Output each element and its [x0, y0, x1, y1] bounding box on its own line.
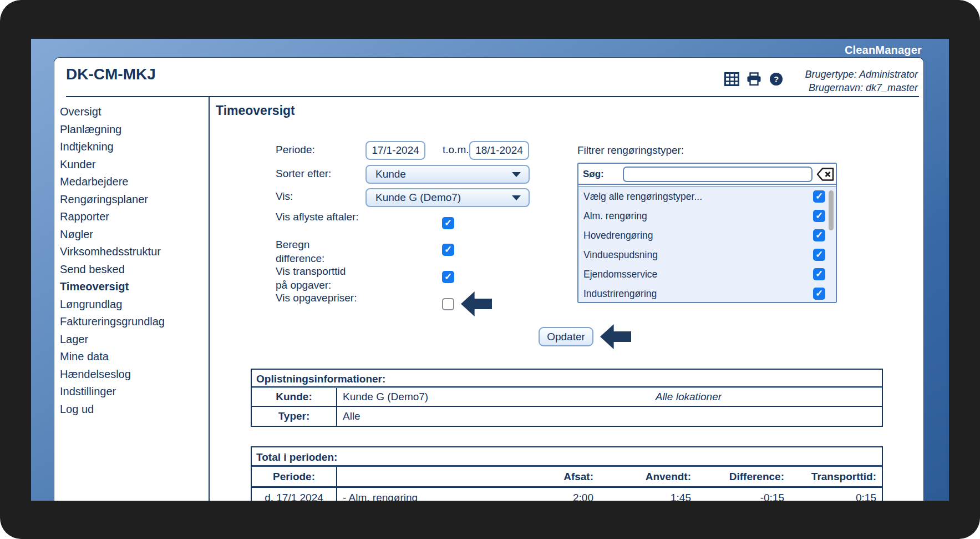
search-label: Søg:: [583, 169, 604, 180]
header-toolbar: ?: [724, 72, 784, 86]
sidebar-item-indstillinger[interactable]: Indstillinger: [60, 383, 207, 401]
filter-item-label: Vælg alle rengøringstyper...: [583, 191, 702, 203]
filter-item-ejendomsservice[interactable]: Ejendomsservice ✓: [578, 265, 836, 284]
filter-item-checkbox[interactable]: ✓: [813, 210, 825, 222]
vis-value: Kunde G (Demo7): [375, 192, 461, 204]
sidebar-nav: Oversigt Planlægning Indtjekning Kunder …: [60, 103, 207, 418]
periode-from-input[interactable]: [365, 141, 425, 160]
sidebar-item-oversigt[interactable]: Oversigt: [60, 103, 207, 121]
col-transporttid: Transporttid:: [790, 467, 882, 486]
total-table: Total i perioden: Periode: Afsat: Anvend…: [251, 446, 883, 501]
cell-anvendt: 1:45: [599, 488, 697, 501]
clear-search-icon[interactable]: [816, 167, 835, 182]
filter-item-label: Vinduespudsning: [583, 249, 658, 261]
table-grid-icon[interactable]: [724, 72, 739, 86]
print-icon[interactable]: [747, 72, 761, 86]
col-afsat: Afsat:: [510, 467, 599, 486]
kunde-row-value: Kunde G (Demo7) Alle lokationer: [337, 388, 882, 406]
typer-row-value: Alle: [337, 407, 882, 426]
table-row: d. 17/1 2024 - Alm. rengøring 2:00 1:45 …: [252, 487, 882, 501]
user-info: Brugertype: Administrator Brugernavn: dk…: [805, 68, 918, 94]
filter-item-select-all[interactable]: Vælg alle rengøringstyper... ✓: [578, 187, 836, 206]
filter-item-checkbox[interactable]: ✓: [813, 190, 825, 203]
opdater-button[interactable]: Opdater: [539, 327, 593, 346]
filter-item-label: Hovedrengøring: [583, 230, 653, 241]
vis-opgavepriser-label: Vis opgavepriser:: [276, 291, 359, 305]
filter-item-checkbox[interactable]: ✓: [813, 229, 825, 241]
vis-select[interactable]: Kunde G (Demo7): [365, 188, 530, 207]
filter-item-label: Industrirengøring: [583, 288, 657, 300]
col-anvendt: Anvendt:: [599, 467, 697, 486]
sidebar-item-medarbejdere[interactable]: Medarbejdere: [60, 173, 207, 191]
table-row: Kunde: Kunde G (Demo7) Alle lokationer: [252, 388, 882, 407]
chevron-down-icon: [512, 172, 521, 177]
filter-box: Søg: Vælg alle rengøringstyper... ✓ Alm.…: [577, 163, 837, 303]
sidebar-item-rengoeringsplaner[interactable]: Rengøringsplaner: [60, 191, 207, 209]
total-table-title: Total i perioden:: [252, 447, 882, 467]
user-name: Brugernavn: dk7_master: [805, 81, 918, 94]
brand-logo: CleanManager: [845, 44, 922, 57]
filter-item-checkbox[interactable]: ✓: [813, 249, 825, 261]
cell-task: - Alm. rengøring: [337, 488, 510, 501]
filter-item-checkbox[interactable]: ✓: [813, 268, 825, 280]
annotation-arrow-checkbox: [461, 291, 492, 316]
periode-label: Periode:: [276, 144, 315, 156]
periode-to-input[interactable]: [469, 141, 529, 160]
sidebar-item-faktureringsgrundlag[interactable]: Faktureringsgrundlag: [60, 313, 207, 331]
main-heading: Timeoversigt: [216, 103, 295, 118]
cell-periode: d. 17/1 2024: [252, 488, 337, 501]
sidebar-item-mine-data[interactable]: Mine data: [60, 348, 207, 366]
sidebar-item-send-besked[interactable]: Send besked: [60, 261, 207, 279]
kunde-value-text: Kunde G (Demo7): [343, 391, 428, 403]
filter-search-row: Søg:: [578, 164, 836, 185]
sidebar-item-planlaegning[interactable]: Planlægning: [60, 121, 207, 139]
total-table-header-row: Periode: Afsat: Anvendt: Difference: Tra…: [252, 467, 882, 487]
screenshot-stage: CleanManager DK-CM-MKJ ?: [0, 0, 980, 539]
sidebar-item-kunder[interactable]: Kunder: [60, 156, 207, 174]
filter-item-industrirengoering[interactable]: Industrirengøring ✓: [578, 284, 836, 302]
cell-afsat: 2:00: [510, 488, 599, 501]
beregn-difference-checkbox[interactable]: ✓: [442, 244, 454, 256]
sidebar-item-loengrundlag[interactable]: Løngrundlag: [60, 296, 207, 314]
sidebar-item-rapporter[interactable]: Rapporter: [60, 208, 207, 226]
sorter-efter-value: Kunde: [375, 168, 406, 180]
sidebar-item-indtjekning[interactable]: Indtjekning: [60, 138, 207, 156]
help-icon[interactable]: ?: [769, 72, 784, 86]
search-input[interactable]: [623, 167, 813, 182]
app-panel: DK-CM-MKJ ? Brugertype: Administrator: [54, 57, 924, 501]
col-periode: Periode:: [252, 467, 337, 486]
vis-aflyste-checkbox[interactable]: ✓: [442, 217, 454, 229]
vis-transporttid-checkbox[interactable]: ✓: [442, 271, 454, 283]
filter-item-vinduespudsning[interactable]: Vinduespudsning ✓: [578, 245, 836, 265]
vis-aflyste-label: Vis aflyste aftaler:: [276, 210, 359, 224]
vis-opgavepriser-checkbox[interactable]: [442, 298, 454, 310]
sorter-efter-label: Sorter efter:: [276, 168, 331, 180]
filter-scrollbar[interactable]: [829, 190, 834, 230]
cell-transporttid: 0:15: [790, 488, 882, 501]
sidebar-item-haendelseslog[interactable]: Hændelseslog: [60, 366, 207, 384]
beregn-difference-label: Beregn difference:: [276, 238, 359, 265]
sidebar-item-virksomhedsstruktur[interactable]: Virksomhedsstruktur: [60, 243, 207, 261]
col-task: [337, 467, 510, 486]
sidebar-item-log-ud[interactable]: Log ud: [60, 401, 207, 419]
filter-item-alm-rengoering[interactable]: Alm. rengøring ✓: [578, 206, 836, 226]
typer-value-text: Alle: [343, 410, 360, 422]
sorter-efter-select[interactable]: Kunde: [365, 165, 530, 184]
table-row: Typer: Alle: [252, 407, 882, 426]
sidebar-divider: [209, 96, 210, 501]
kunde-row-label: Kunde:: [252, 388, 337, 406]
page-title: DK-CM-MKJ: [66, 66, 156, 83]
sidebar-item-lager[interactable]: Lager: [60, 331, 207, 349]
sidebar-item-timeoversigt[interactable]: Timeoversigt: [60, 278, 207, 296]
lokationer-text: Alle lokationer: [656, 391, 722, 403]
oplistnings-table-title: Oplistningsinformationer:: [252, 370, 882, 388]
annotation-arrow-opdater: [600, 324, 631, 349]
cell-difference: -0:15: [697, 488, 790, 501]
sidebar-item-noegler[interactable]: Nøgler: [60, 226, 207, 244]
filter-item-label: Alm. rengøring: [583, 210, 647, 222]
user-type: Brugertype: Administrator: [805, 68, 918, 81]
filter-item-hovedrengoering[interactable]: Hovedrengøring ✓: [578, 226, 836, 245]
oplistnings-table: Oplistningsinformationer: Kunde: Kunde G…: [251, 369, 883, 427]
header-divider: [66, 96, 919, 97]
filter-item-checkbox[interactable]: ✓: [813, 288, 825, 300]
